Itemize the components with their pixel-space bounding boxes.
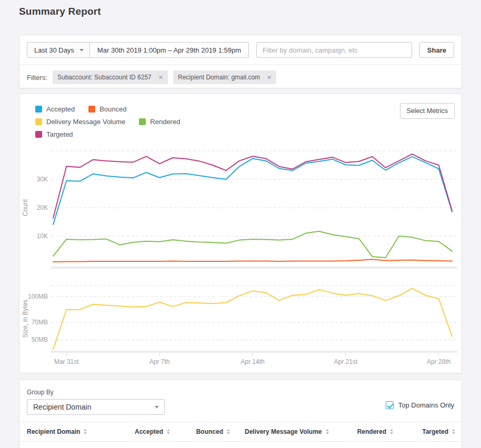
legend-label: Delivery Message Volume bbox=[46, 118, 125, 126]
cell-rendered: 259.73K bbox=[335, 442, 400, 448]
filter-panel: Last 30 Days Mar 30th 2019 1:00pm – Apr … bbox=[19, 35, 462, 88]
table-header-row: Recipient Domain Accepted Bounced Delive… bbox=[19, 422, 463, 442]
filter-tag-recipient-domain: Recipient Domain: gmail.com ✕ bbox=[173, 70, 276, 84]
cell-bounced: 10.4K bbox=[177, 442, 237, 448]
legend-swatch-icon bbox=[88, 106, 95, 113]
sort-icon[interactable] bbox=[227, 429, 230, 434]
count-line-chart: 10K20K30KCount bbox=[19, 147, 463, 274]
svg-text:Apr 7th: Apr 7th bbox=[149, 358, 170, 365]
legend-label: Accepted bbox=[46, 105, 75, 113]
column-header-rendered[interactable]: Rendered bbox=[335, 422, 400, 442]
column-header-bounced[interactable]: Bounced bbox=[177, 422, 237, 442]
svg-text:Mar 31st: Mar 31st bbox=[54, 358, 79, 365]
date-range-field[interactable]: Mar 30th 2019 1:00pm – Apr 29th 2019 1:5… bbox=[90, 43, 248, 57]
date-preset-value: Last 30 Days bbox=[34, 46, 74, 54]
column-header-targeted[interactable]: Targeted bbox=[400, 422, 463, 442]
cell-accepted: 937.36K bbox=[109, 442, 177, 448]
group-by-label: Group By bbox=[19, 380, 462, 396]
summary-report-page: Summary Report Last 30 Days Mar 30th 201… bbox=[0, 0, 481, 448]
legend-item-bounced: Bounced bbox=[88, 105, 126, 113]
chevron-down-icon bbox=[155, 406, 159, 409]
cell-delivery-message-volume: 2.6GB bbox=[237, 442, 335, 448]
svg-text:Apr 21st: Apr 21st bbox=[334, 358, 358, 365]
column-header-accepted[interactable]: Accepted bbox=[109, 422, 177, 442]
legend-label: Rendered bbox=[150, 118, 180, 126]
group-by-select[interactable]: Recipient Domain bbox=[27, 399, 165, 415]
top-domains-label: Top Domains Only bbox=[398, 401, 454, 409]
legend-label: Targeted bbox=[46, 130, 73, 138]
svg-text:70MB: 70MB bbox=[32, 319, 48, 326]
group-by-value: Recipient Domain bbox=[33, 403, 92, 411]
svg-text:30K: 30K bbox=[37, 176, 48, 183]
top-domains-toggle[interactable]: Top Domains Only bbox=[386, 401, 454, 409]
filter-tag-label: Subaccount: Subaccount ID 6257 bbox=[57, 74, 152, 81]
date-range-control: Last 30 Days Mar 30th 2019 1:00pm – Apr … bbox=[27, 42, 249, 58]
chevron-down-icon bbox=[79, 49, 84, 52]
svg-text:Count: Count bbox=[22, 199, 29, 216]
legend-item-delivery-message-volume: Delivery Message Volume bbox=[35, 118, 125, 126]
legend-swatch-icon bbox=[35, 131, 42, 138]
legend-swatch-icon bbox=[35, 106, 42, 113]
filters-label: Filters: bbox=[27, 74, 47, 82]
sort-icon[interactable] bbox=[452, 429, 455, 434]
sort-icon[interactable] bbox=[326, 429, 329, 434]
close-icon[interactable]: ✕ bbox=[267, 75, 272, 80]
table-row: gmail.com 937.36K 10.4K 2.6GB 259.73K 1.… bbox=[19, 442, 463, 448]
svg-text:10K: 10K bbox=[37, 232, 48, 240]
filter-row: Last 30 Days Mar 30th 2019 1:00pm – Apr … bbox=[19, 35, 462, 64]
column-header-recipient-domain[interactable]: Recipient Domain bbox=[19, 422, 109, 442]
chart-panel: AcceptedBouncedDelivery Message VolumeRe… bbox=[19, 94, 462, 373]
legend-item-rendered: Rendered bbox=[139, 118, 180, 126]
close-icon[interactable]: ✕ bbox=[158, 75, 163, 80]
sort-icon[interactable] bbox=[84, 429, 87, 434]
checkbox-checked-icon[interactable] bbox=[386, 401, 394, 409]
filter-tag-subaccount: Subaccount: Subaccount ID 6257 ✕ bbox=[53, 70, 168, 84]
table-panel: Group By Recipient Domain Top Domains On… bbox=[19, 380, 462, 448]
svg-text:50MB: 50MB bbox=[32, 336, 48, 343]
column-header-delivery-message-volume[interactable]: Delivery Message Volume bbox=[237, 422, 335, 442]
sort-icon[interactable] bbox=[167, 429, 170, 434]
cell-targeted: 1.06M bbox=[400, 442, 463, 448]
size-line-chart: 50MB70MB100MBMar 31stApr 7thApr 14thApr … bbox=[19, 274, 463, 371]
svg-text:20K: 20K bbox=[37, 204, 48, 211]
sort-icon[interactable] bbox=[390, 429, 393, 434]
filter-search-input[interactable] bbox=[256, 42, 412, 58]
summary-table: Recipient Domain Accepted Bounced Delive… bbox=[19, 422, 463, 448]
filter-tag-label: Recipient Domain: gmail.com bbox=[178, 74, 260, 81]
svg-text:Apr 28th: Apr 28th bbox=[427, 358, 450, 365]
select-metrics-button[interactable]: Select Metrics bbox=[400, 103, 455, 119]
legend-label: Bounced bbox=[99, 105, 126, 113]
share-button[interactable]: Share bbox=[419, 42, 454, 58]
svg-text:100MB: 100MB bbox=[28, 293, 48, 300]
legend-item-targeted: Targeted bbox=[35, 130, 73, 138]
legend-swatch-icon bbox=[35, 118, 42, 125]
legend-item-accepted: Accepted bbox=[35, 105, 75, 113]
page-title: Summary Report bbox=[19, 6, 101, 17]
date-preset-select[interactable]: Last 30 Days bbox=[27, 43, 90, 57]
legend: AcceptedBouncedDelivery Message VolumeRe… bbox=[35, 105, 214, 138]
svg-text:Size, in Bytes: Size, in Bytes bbox=[22, 300, 29, 338]
legend-swatch-icon bbox=[139, 118, 146, 125]
active-filters-row: Filters: Subaccount: Subaccount ID 6257 … bbox=[19, 65, 462, 90]
date-range-value: Mar 30th 2019 1:00pm – Apr 29th 2019 1:5… bbox=[97, 46, 241, 54]
svg-text:Apr 14th: Apr 14th bbox=[241, 358, 264, 365]
